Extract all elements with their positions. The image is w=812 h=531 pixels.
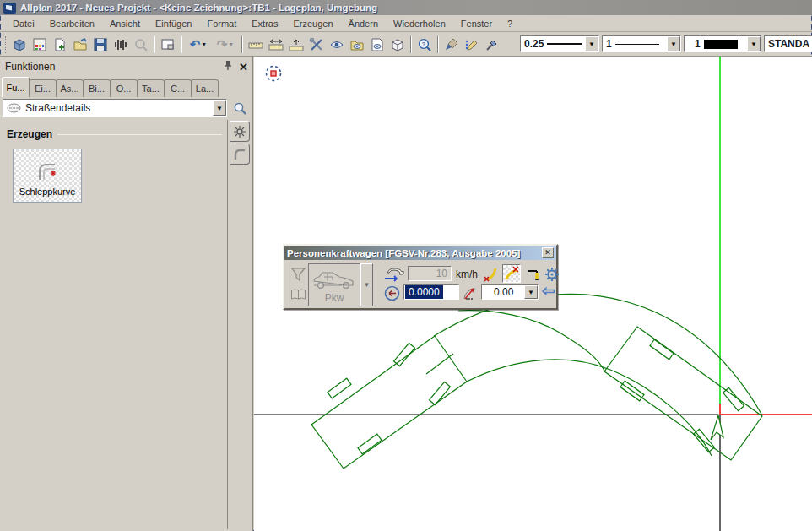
module-select-value: Straßendetails bbox=[25, 102, 90, 114]
speed-input[interactable]: 10 bbox=[408, 266, 452, 281]
curve-start-toggle[interactable] bbox=[482, 264, 501, 283]
toolbar-separator bbox=[154, 36, 155, 53]
corner-toggle[interactable] bbox=[524, 264, 543, 283]
redo-button[interactable]: ↷▼ bbox=[212, 35, 239, 55]
show-elements-icon[interactable] bbox=[327, 35, 347, 55]
palette-title: Funktionen bbox=[5, 61, 55, 73]
tab-bibliothek[interactable]: Bi... bbox=[83, 79, 111, 97]
module-select[interactable]: Straßendetails ▼ bbox=[3, 99, 227, 117]
close-icon[interactable]: ✕ bbox=[542, 247, 554, 258]
assistant-gear-icon bbox=[233, 125, 246, 138]
angle-icon bbox=[462, 284, 479, 301]
undo-button[interactable]: ↶▼ bbox=[185, 35, 212, 55]
main-toolbar: ↶▼ ↷▼ ? bbox=[0, 33, 812, 57]
assistant-flyout-button[interactable] bbox=[230, 121, 250, 142]
speed-unit-label: km/h bbox=[456, 268, 478, 280]
title-bar[interactable]: Allplan 2017 - Neues Projekt - <Keine Ze… bbox=[0, 0, 812, 15]
speed-icon bbox=[382, 266, 404, 283]
help-search-icon[interactable]: ? bbox=[414, 35, 435, 55]
angle-dropdown[interactable]: ▼ bbox=[524, 285, 538, 299]
toolbar-separator bbox=[241, 36, 243, 53]
menu-hilfe[interactable]: ? bbox=[500, 17, 520, 30]
pen-icon[interactable] bbox=[462, 35, 482, 55]
line-color-swatch bbox=[704, 40, 738, 49]
dialog-title-bar[interactable]: Personenkraftwagen [FGSV-Nr.283, Ausgabe… bbox=[284, 246, 556, 260]
schleppkurve-tool[interactable]: Schleppkurve bbox=[13, 149, 82, 203]
functions-palette: Funktionen ✕ Fu... Ei... As... Bi... O..… bbox=[0, 57, 253, 531]
tools-icon[interactable] bbox=[306, 35, 327, 55]
save-icon[interactable] bbox=[90, 35, 111, 55]
open-project-icon[interactable] bbox=[70, 35, 90, 55]
eyedropper-icon[interactable] bbox=[482, 35, 502, 55]
line-color-combo[interactable]: 1 ▼ bbox=[684, 35, 761, 52]
print-preview-icon[interactable] bbox=[131, 35, 151, 55]
project-pilot-icon[interactable] bbox=[111, 35, 131, 55]
attribute-combos: 0.25 ▼ 1 ▼ 1 ▼ STANDA bbox=[520, 35, 812, 52]
allplan-logo-icon[interactable] bbox=[9, 35, 30, 55]
tab-layer[interactable]: La... bbox=[191, 79, 219, 97]
menu-fenster[interactable]: Fenster bbox=[453, 17, 500, 30]
menu-ansicht[interactable]: Ansicht bbox=[102, 17, 148, 30]
brush-icon[interactable] bbox=[441, 35, 462, 55]
toolbar-separator bbox=[437, 36, 439, 53]
menu-erzeugen[interactable]: Erzeugen bbox=[285, 17, 340, 30]
palette-icon[interactable] bbox=[30, 35, 50, 55]
menu-bearbeiten[interactable]: Bearbeiten bbox=[42, 17, 102, 30]
menu-datei[interactable]: Datei bbox=[5, 17, 42, 30]
tab-task[interactable]: Ta... bbox=[137, 79, 165, 97]
copy-window-icon[interactable] bbox=[158, 35, 178, 55]
close-icon[interactable]: ✕ bbox=[239, 61, 248, 73]
menu-format[interactable]: Format bbox=[199, 17, 244, 30]
toolbar-grip[interactable] bbox=[5, 36, 8, 53]
pin-icon[interactable] bbox=[223, 60, 233, 73]
allplan-app-icon bbox=[3, 3, 16, 14]
new-document-icon[interactable] bbox=[50, 35, 70, 55]
back-arrow-icon[interactable]: ⇦ bbox=[542, 281, 555, 301]
toolbar-separator bbox=[410, 36, 412, 53]
tab-connect[interactable]: C... bbox=[164, 79, 192, 97]
vehicle-type-label: Pkw bbox=[325, 292, 344, 304]
window-title: Allplan 2017 - Neues Projekt - <Keine Ze… bbox=[20, 3, 377, 13]
show-document-icon[interactable] bbox=[367, 35, 387, 55]
pen-width-dropdown[interactable]: ▼ bbox=[585, 36, 598, 51]
menu-extras[interactable]: Extras bbox=[244, 17, 285, 30]
svg-text:?: ? bbox=[422, 41, 426, 48]
3d-box-icon[interactable] bbox=[387, 35, 408, 55]
catalog-book-icon bbox=[290, 289, 306, 301]
drawing-area[interactable]: Personenkraftwagen [FGSV-Nr.283, Ausgabe… bbox=[254, 57, 812, 531]
ruler-icon[interactable] bbox=[246, 35, 266, 55]
surface-combo[interactable]: STANDA bbox=[764, 35, 812, 52]
line-type-value: 1 bbox=[606, 38, 612, 50]
vehicle-dropdown-button[interactable]: ▼ bbox=[360, 263, 373, 306]
menu-aendern[interactable]: Ändern bbox=[341, 17, 386, 30]
module-select-dropdown[interactable]: ▼ bbox=[213, 100, 226, 116]
road-module-icon bbox=[7, 103, 21, 113]
line-type-combo[interactable]: 1 ▼ bbox=[602, 35, 681, 52]
curve-flyout-button[interactable] bbox=[230, 144, 250, 165]
pen-width-combo[interactable]: 0.25 ▼ bbox=[520, 35, 599, 52]
section-title: Erzeugen bbox=[7, 128, 52, 140]
tab-eigenschaften[interactable]: Ei... bbox=[29, 79, 57, 97]
tab-assistenten[interactable]: As... bbox=[56, 79, 84, 97]
palette-content: Erzeugen Schleppkurve bbox=[2, 120, 228, 529]
vehicle-preview[interactable]: Pkw bbox=[308, 263, 360, 306]
tab-funktionen[interactable]: Fu... bbox=[2, 77, 30, 97]
menu-einfuegen[interactable]: Einfügen bbox=[148, 17, 199, 30]
menu-wiederholen[interactable]: Wiederholen bbox=[386, 17, 453, 30]
offset-input[interactable]: 0.0000 bbox=[403, 284, 459, 300]
pen-width-value: 0.25 bbox=[524, 38, 544, 50]
angle-combo[interactable]: 0.00 ▼ bbox=[481, 284, 539, 300]
search-button[interactable] bbox=[230, 98, 250, 119]
tab-objekte[interactable]: O... bbox=[110, 79, 138, 97]
measure-length-icon[interactable] bbox=[266, 35, 286, 55]
car-icon bbox=[311, 270, 358, 292]
line-type-dropdown[interactable]: ▼ bbox=[667, 36, 680, 51]
curve-end-toggle[interactable] bbox=[502, 264, 521, 283]
palette-header[interactable]: Funktionen ✕ bbox=[2, 58, 252, 75]
measure-elevation-icon[interactable] bbox=[286, 35, 306, 55]
show-folder-icon[interactable] bbox=[347, 35, 367, 55]
line-color-dropdown[interactable]: ▼ bbox=[747, 36, 761, 51]
palette-tabs: Fu... Ei... As... Bi... O... Ta... C... … bbox=[2, 77, 252, 97]
dialog-title: Personenkraftwagen [FGSV-Nr.283, Ausgabe… bbox=[287, 248, 542, 258]
reverse-circle-icon bbox=[384, 285, 400, 301]
